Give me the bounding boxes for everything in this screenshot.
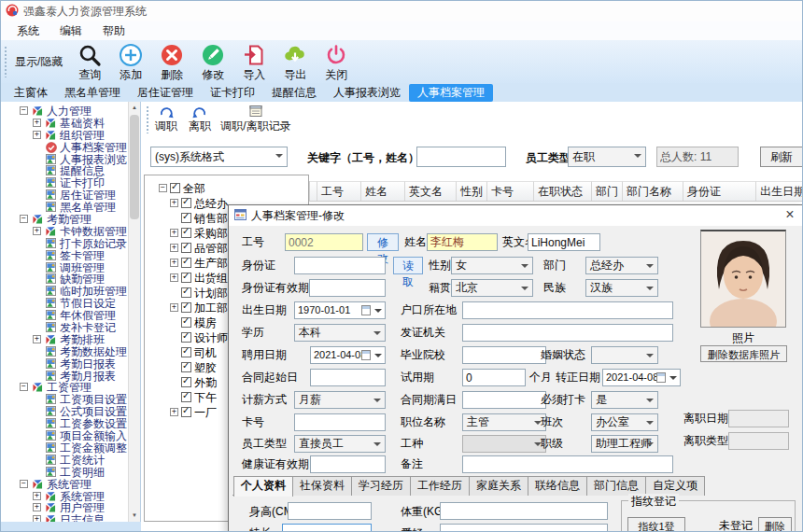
issuer-input[interactable]	[462, 324, 673, 342]
shift-select[interactable]: 办公室	[591, 413, 658, 431]
grid-column-header[interactable]: 身份证	[683, 181, 756, 201]
gender-select[interactable]: 女	[451, 257, 533, 274]
keyword-input[interactable]	[416, 147, 506, 167]
expand-icon[interactable]: +	[33, 335, 41, 343]
expand-icon[interactable]: +	[33, 131, 41, 139]
expand-icon[interactable]: +	[170, 273, 178, 282]
expand-icon[interactable]: +	[33, 492, 41, 500]
nation-select[interactable]: 汉族	[585, 279, 658, 297]
window-tab[interactable]: 主窗体	[6, 84, 56, 102]
sidebar-item[interactable]: +考勤排班	[1, 334, 128, 346]
card-input[interactable]	[294, 413, 386, 431]
expand-icon[interactable]: +	[33, 119, 41, 127]
toolbar-power-button[interactable]: 关闭	[316, 43, 357, 81]
window-tab[interactable]: 人事档案管理	[409, 84, 493, 102]
sidebar-item[interactable]: −人力管理	[1, 105, 128, 118]
health-input[interactable]	[310, 455, 386, 473]
sidebar-scrollbar[interactable]: ▲ ▼	[128, 102, 140, 522]
dialog-close-icon[interactable]: ×	[781, 205, 799, 226]
format-select[interactable]: (sys)系统格式	[150, 147, 288, 167]
native-select[interactable]: 北京	[451, 279, 533, 297]
expand-icon[interactable]: +	[170, 408, 178, 416]
checkbox-checked-icon[interactable]	[181, 198, 191, 208]
window-tab[interactable]: 黑名单管理	[56, 84, 129, 102]
sidebar-item[interactable]: 人事档案管理	[1, 142, 128, 154]
scroll-down-icon[interactable]: ▼	[129, 510, 140, 522]
collapse-icon[interactable]: −	[20, 383, 28, 391]
weight-input[interactable]	[440, 502, 608, 520]
sidebar-item[interactable]: 签卡管理	[1, 250, 128, 262]
checkbox-checked-icon[interactable]	[181, 273, 191, 283]
rank-select[interactable]: 助理工程师	[591, 435, 658, 453]
grid-column-header[interactable]: 姓名	[361, 181, 405, 201]
sidebar-item[interactable]: +卡钟数据管理	[1, 226, 128, 238]
window-tab[interactable]: 人事报表浏览	[325, 84, 409, 102]
sidebar-item[interactable]: 考勤日报表	[1, 358, 128, 371]
birth-date-picker[interactable]: 1970-01-01	[294, 301, 386, 319]
dialog-tab[interactable]: 联络信息	[528, 476, 587, 496]
edu-select[interactable]: 本科	[294, 324, 386, 342]
name-input[interactable]	[427, 233, 498, 251]
modify-empno-button[interactable]: 修改	[367, 233, 399, 251]
sidebar-item[interactable]: +组织管理	[1, 130, 128, 142]
sidebar-item[interactable]: 打卡原始记录	[1, 238, 128, 250]
dialog-tab[interactable]: 家庭关系	[469, 476, 528, 496]
dept-node[interactable]: −全部	[145, 181, 308, 196]
hire-date-picker[interactable]: 2021-04-08	[310, 346, 386, 364]
window-tab[interactable]: 提醒信息	[263, 84, 325, 102]
toolbar-add-button[interactable]: 添加	[110, 43, 151, 81]
checkbox-checked-icon[interactable]	[181, 392, 191, 402]
expand-icon[interactable]: +	[170, 229, 178, 237]
checkbox-checked-icon[interactable]	[181, 362, 191, 372]
menu-item[interactable]: 帮助	[92, 21, 135, 40]
collapse-icon[interactable]: −	[20, 480, 28, 488]
id-valid-input[interactable]	[309, 279, 386, 297]
emp-no-input[interactable]	[285, 233, 363, 251]
toolbar-delete-button[interactable]: 删除	[151, 43, 192, 81]
grid-column-header[interactable]	[310, 181, 317, 201]
position-select[interactable]: 主管	[462, 413, 546, 431]
collapse-icon[interactable]: −	[20, 106, 28, 115]
toolbar-export-button[interactable]: 导出	[275, 43, 316, 81]
sidebar-item[interactable]: −考勤管理	[1, 214, 128, 226]
id-card-input[interactable]	[294, 257, 386, 274]
dialog-tab[interactable]: 社保资料	[292, 476, 352, 496]
height-input[interactable]	[288, 502, 372, 520]
checkbox-checked-icon[interactable]	[170, 183, 180, 193]
expand-icon[interactable]: +	[170, 259, 178, 267]
wtype-select[interactable]	[462, 435, 546, 453]
probation-input[interactable]	[462, 369, 526, 386]
menu-item[interactable]: 系统	[7, 21, 49, 40]
sidebar-item[interactable]: 工资明细	[1, 467, 128, 479]
sidebar-item[interactable]: 考勤数据处理	[1, 346, 128, 358]
checkbox-checked-icon[interactable]	[181, 332, 191, 343]
sidebar-item[interactable]: +日志信息	[1, 514, 128, 522]
toolbar-grip[interactable]	[4, 46, 7, 77]
school-input[interactable]	[462, 346, 546, 364]
show-hide-toggle[interactable]: 显示/隐藏	[15, 54, 63, 70]
checkbox-checked-icon[interactable]	[181, 407, 191, 417]
expand-icon[interactable]: +	[170, 199, 178, 207]
resign-button[interactable]: 离职	[184, 105, 216, 133]
toolbar-import-button[interactable]: 导入	[233, 43, 275, 81]
collapse-icon[interactable]: −	[159, 184, 167, 192]
grid-column-header[interactable]: 在职状态	[534, 181, 592, 201]
window-tab[interactable]: 证卡打印	[202, 84, 263, 102]
grid-column-header[interactable]: 部门名称	[623, 181, 683, 201]
punch-select[interactable]: 是	[591, 391, 658, 409]
dialog-tab[interactable]: 个人资料	[233, 476, 293, 497]
dialog-tab[interactable]: 学习经历	[351, 476, 411, 496]
read-id-button[interactable]: 读取	[393, 257, 423, 274]
checkbox-checked-icon[interactable]	[181, 213, 191, 223]
dialog-title-bar[interactable]: 人事档案管理-修改 ×	[229, 205, 803, 226]
fingerprint-delete-button[interactable]: 删除	[758, 517, 792, 532]
grid-column-header[interactable]: 部门	[592, 181, 623, 201]
grid-column-header[interactable]: 性别	[457, 181, 487, 201]
toolbar-edit-button[interactable]: 修改	[192, 43, 233, 81]
window-tab[interactable]: 居住证管理	[129, 84, 202, 102]
scroll-up-icon[interactable]: ▲	[129, 102, 140, 114]
dialog-tab[interactable]: 自定义项	[645, 476, 705, 496]
expand-icon[interactable]: +	[33, 227, 41, 235]
expand-icon[interactable]: +	[33, 503, 41, 511]
eng-name-input[interactable]	[528, 233, 600, 251]
